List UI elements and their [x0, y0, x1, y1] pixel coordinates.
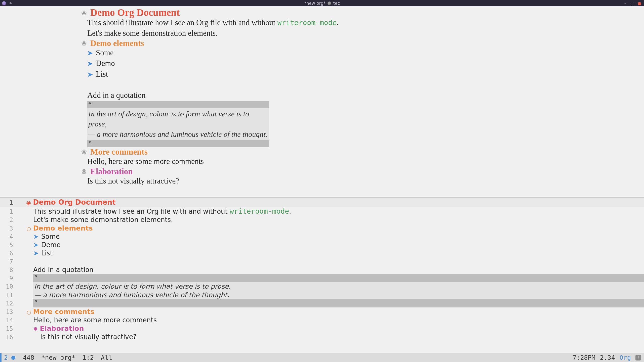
- heading-bullet-icon: ○: [27, 226, 31, 232]
- modeline-scroll-pct: All: [101, 354, 112, 361]
- line-number: 3: [0, 225, 16, 232]
- bullet-icon: ➤: [87, 60, 93, 67]
- emacs-icon: [2, 1, 6, 5]
- line-number: 8: [0, 266, 16, 274]
- more-comments-body: Hello, here are some more comments: [87, 157, 204, 166]
- quote-line-1: In the art of design, colour is to form …: [16, 282, 644, 291]
- quote-line-2: — a more harmonious and luminous vehicle…: [16, 291, 644, 299]
- quote-open-bar: “: [16, 274, 644, 282]
- heading-icon: ❀: [81, 168, 87, 175]
- heading-1: ◉Demo Org Document: [16, 198, 644, 207]
- modeline-major-mode[interactable]: Org: [620, 354, 631, 361]
- heading-2-more: ○More comments: [16, 307, 644, 316]
- list-item: Some: [96, 48, 114, 57]
- line-number: 11: [0, 291, 16, 299]
- line-number: 6: [0, 250, 16, 257]
- editor-line[interactable]: 8Add in a quotation: [0, 266, 644, 274]
- heading-2-more: More comments: [90, 147, 148, 156]
- line-number: 1: [0, 199, 16, 206]
- titlebar-buffer-name: *new org*: [304, 1, 326, 6]
- editor-line[interactable]: 5➤Demo: [0, 241, 644, 249]
- list-item: ➤Some: [16, 233, 644, 241]
- editor-pane[interactable]: 1◉Demo Org Document1This should illustra…: [0, 198, 644, 353]
- heading-bullet-icon: ◉: [26, 200, 31, 206]
- modeline-checker-warn-icon[interactable]: !: [635, 355, 641, 360]
- titlebar-user: tec: [333, 1, 340, 6]
- quote-intro: Add in a quotation: [87, 91, 146, 100]
- window-maximize-button[interactable]: ▢: [630, 1, 634, 5]
- editor-line[interactable]: 1This should illustrate how I see an Org…: [0, 207, 644, 216]
- intro-text-a: This should illustrate how I see an Org …: [87, 18, 277, 27]
- modeline-workspace[interactable]: 2: [4, 354, 8, 361]
- editor-line[interactable]: 1◉Demo Org Document: [0, 198, 644, 207]
- editor-line[interactable]: 15✸Elaboration: [0, 324, 644, 333]
- editor-line[interactable]: 9“: [0, 274, 644, 282]
- code-writeroom-mode: writeroom-mode: [230, 207, 289, 215]
- heading-3-elaboration: ✸Elaboration: [16, 324, 644, 333]
- line-number: 15: [0, 325, 16, 333]
- tab-indicator-dot[interactable]: [10, 2, 12, 4]
- code-writeroom-mode: writeroom-mode: [277, 19, 337, 27]
- quote-line-1: In the art of design, colour is to form …: [88, 110, 249, 128]
- editor-line[interactable]: 6➤List: [0, 249, 644, 257]
- editor-line[interactable]: 12”: [0, 299, 644, 307]
- heading-2-elements: ○Demo elements: [16, 224, 644, 233]
- heading-2-elements: Demo elements: [90, 39, 144, 48]
- bullet-icon: ➤: [33, 241, 39, 249]
- line-number: 2: [0, 216, 16, 224]
- modeline-cursor-position: 1:2: [83, 354, 94, 361]
- editor-line[interactable]: 3○Demo elements: [0, 224, 644, 233]
- quote-close-bar: ”: [87, 140, 269, 147]
- heading-3-elaboration: Elaboration: [90, 167, 133, 176]
- heading-bullet-icon: ✸: [33, 326, 38, 332]
- quote-intro: Add in a quotation: [16, 266, 644, 274]
- bullet-icon: ➤: [87, 71, 93, 78]
- editor-line[interactable]: 16Is this not visually attractive?: [0, 333, 644, 341]
- window-close-button[interactable]: ●: [637, 1, 641, 5]
- modeline-load: 2.34: [600, 354, 615, 361]
- editor-line[interactable]: 2Let's make some demonstration elements.: [0, 216, 644, 224]
- intro-text-b: .: [337, 18, 339, 27]
- heading-icon: ❀: [81, 148, 87, 156]
- intro-text-2: Let's make some demonstration elements.: [87, 29, 218, 37]
- heading-icon: ❀: [81, 10, 87, 17]
- modeline-modified-dot: [11, 356, 15, 360]
- writeroom-pane[interactable]: ❀Demo Org Document This should illustrat…: [0, 6, 644, 197]
- editor-line[interactable]: 11— a more harmonious and luminous vehic…: [0, 291, 644, 299]
- modeline-time: 7:28PM: [573, 354, 595, 361]
- heading-icon: ❀: [81, 40, 87, 47]
- list-item: Demo: [96, 59, 115, 68]
- elaboration-body: Is this not visually attractive?: [87, 176, 179, 185]
- line-number: 4: [0, 233, 16, 241]
- bullet-icon: ➤: [87, 50, 93, 57]
- line-number: 10: [0, 283, 16, 290]
- editor-line[interactable]: 10In the art of design, colour is to for…: [0, 282, 644, 291]
- bullet-icon: ➤: [33, 233, 39, 240]
- quote-body: In the art of design, colour is to form …: [87, 108, 269, 140]
- line-number: 1: [0, 208, 16, 215]
- quote-close-bar: ”: [16, 299, 644, 307]
- editor-line[interactable]: 4➤Some: [0, 233, 644, 241]
- list-item: List: [96, 70, 108, 78]
- modeline: 2 448 *new org* 1:2 All 7:28PM 2.34 Org …: [0, 353, 644, 362]
- editor-line[interactable]: 13○More comments: [0, 307, 644, 316]
- more-comments-body: Hello, here are some more comments: [16, 316, 644, 324]
- editor-line[interactable]: 7: [0, 257, 644, 266]
- quote-line-2: — a more harmonious and luminous vehicle…: [88, 130, 267, 138]
- elaboration-body: Is this not visually attractive?: [16, 333, 644, 341]
- modeline-buffer-name[interactable]: *new org*: [41, 354, 75, 361]
- list-item: ➤List: [16, 249, 644, 257]
- line-number: 13: [0, 308, 16, 316]
- blank-line: [16, 257, 644, 266]
- line-number: 16: [0, 333, 16, 341]
- bullet-icon: ➤: [33, 249, 39, 257]
- line-number: 5: [0, 241, 16, 249]
- line-number: 9: [0, 275, 16, 282]
- quote-open-bar: “: [87, 101, 269, 108]
- window-minimize-button[interactable]: –: [623, 1, 627, 5]
- modeline-accent: [0, 353, 2, 362]
- modeline-word-count: 448: [23, 354, 34, 361]
- line-number: 12: [0, 300, 16, 307]
- intro-line-2: Let's make some demonstration elements.: [16, 216, 644, 224]
- editor-line[interactable]: 14Hello, here are some more comments: [0, 316, 644, 324]
